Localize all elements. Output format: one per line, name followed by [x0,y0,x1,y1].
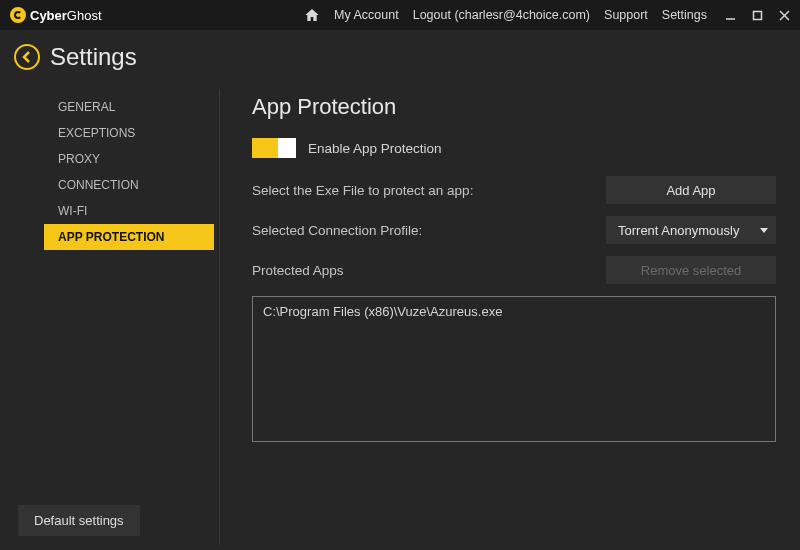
brand-logo: CyberGhost [10,7,102,23]
sidebar-item-wifi[interactable]: WI-FI [0,198,220,224]
profile-row: Selected Connection Profile: Torrent Ano… [252,216,776,244]
minimize-button[interactable] [725,10,736,21]
sidebar-item-connection[interactable]: CONNECTION [0,172,220,198]
settings-link[interactable]: Settings [662,8,707,22]
brand-suffix: Ghost [67,8,102,23]
list-item[interactable]: C:\Program Files (x86)\Vuze\Azureus.exe [263,303,765,320]
sidebar-item-app-protection[interactable]: APP PROTECTION [44,224,214,250]
profile-dropdown-value: Torrent Anonymously [618,223,739,238]
profile-dropdown[interactable]: Torrent Anonymously [606,216,776,244]
brand-text: CyberGhost [30,8,102,23]
home-icon[interactable] [304,7,320,23]
topbar-links: My Account Logout (charlesr@4choice.com)… [304,7,707,23]
protected-apps-row: Protected Apps Remove selected [252,256,776,284]
content: App Protection Enable App Protection Sel… [220,84,800,550]
page-header: Settings [0,30,800,84]
toggle-knob [278,138,296,158]
protected-apps-label: Protected Apps [252,263,594,278]
enable-app-protection-toggle[interactable] [252,138,296,158]
protected-apps-list[interactable]: C:\Program Files (x86)\Vuze\Azureus.exe [252,296,776,442]
profile-label: Selected Connection Profile: [252,223,594,238]
add-app-button[interactable]: Add App [606,176,776,204]
sidebar: GENERAL EXCEPTIONS PROXY CONNECTION WI-F… [0,84,220,550]
main: GENERAL EXCEPTIONS PROXY CONNECTION WI-F… [0,84,800,550]
sidebar-item-general[interactable]: GENERAL [0,94,220,120]
svg-marker-4 [760,228,768,233]
enable-toggle-label: Enable App Protection [308,141,442,156]
window-controls [725,10,790,21]
my-account-link[interactable]: My Account [334,8,399,22]
sidebar-item-proxy[interactable]: PROXY [0,146,220,172]
back-button[interactable] [14,44,40,70]
default-settings-button[interactable]: Default settings [18,505,140,536]
svg-rect-1 [754,11,762,19]
logout-link[interactable]: Logout (charlesr@4choice.com) [413,8,590,22]
chevron-down-icon [760,226,768,234]
maximize-button[interactable] [752,10,763,21]
sidebar-item-exceptions[interactable]: EXCEPTIONS [0,120,220,146]
section-title: App Protection [252,94,776,120]
close-button[interactable] [779,10,790,21]
select-file-label: Select the Exe File to protect an app: [252,183,594,198]
enable-toggle-row: Enable App Protection [252,138,776,158]
brand-prefix: Cyber [30,8,67,23]
remove-selected-button[interactable]: Remove selected [606,256,776,284]
page-title: Settings [50,43,137,71]
titlebar: CyberGhost My Account Logout (charlesr@4… [0,0,800,30]
support-link[interactable]: Support [604,8,648,22]
cyberghost-icon [10,7,26,23]
select-file-row: Select the Exe File to protect an app: A… [252,176,776,204]
